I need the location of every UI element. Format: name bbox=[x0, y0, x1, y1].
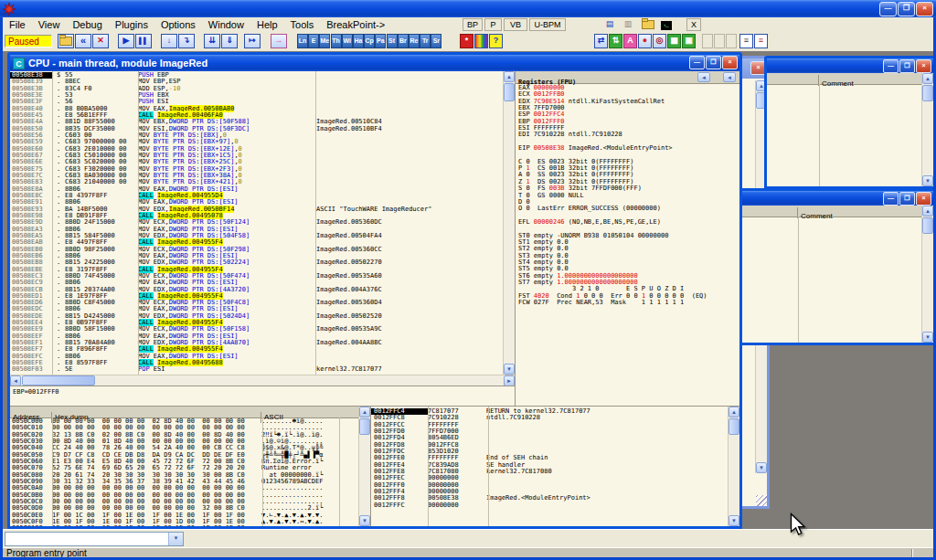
toolbar-ln-button[interactable]: Ln bbox=[297, 34, 308, 48]
stack-row[interactable]: 0012FFDC853D1020 bbox=[371, 449, 728, 455]
maximize-button[interactable]: ❐ bbox=[898, 2, 915, 16]
scroll-thumb[interactable] bbox=[359, 418, 370, 435]
comment-window-2-titlebar[interactable]: — ❐ × bbox=[741, 191, 933, 206]
stack-address[interactable]: 0012FFFC bbox=[371, 502, 428, 509]
disasm-hscrollbar[interactable]: ◄ ► bbox=[10, 375, 515, 386]
registers-back-icon[interactable]: ◄ bbox=[697, 72, 710, 82]
scroll-thumb[interactable] bbox=[922, 217, 933, 234]
disasm-row[interactable]: 00508E3B.83C4 F0ADD ESP,-10 bbox=[10, 86, 504, 92]
register-line[interactable]: EIP 00508E38 ImageRed.<ModuleEntryPoint> bbox=[516, 145, 739, 152]
menu-view[interactable]: View bbox=[32, 17, 67, 30]
comment1-maximize-button[interactable]: ❐ bbox=[899, 59, 915, 73]
comment2-close-button[interactable]: × bbox=[916, 192, 931, 206]
comment-window-2[interactable]: — ❐ × Comment ▲ ▼ bbox=[739, 188, 936, 345]
cpu-minimize-button[interactable]: — bbox=[689, 56, 705, 69]
disasm-row[interactable]: 00508ED6.8B0D C8F45000MOV ECX,DWORD PTR … bbox=[10, 300, 504, 306]
menu-file[interactable]: File bbox=[3, 17, 32, 30]
scroll-down-icon[interactable]: ▼ bbox=[729, 515, 739, 526]
comment1-vscrollbar[interactable]: ▲ ▼ bbox=[921, 73, 933, 186]
minimize-button[interactable]: — bbox=[879, 2, 897, 16]
empty-button-3[interactable] bbox=[726, 34, 737, 48]
comment-window-1[interactable]: — ❐ × Comment ▲ ▼ bbox=[764, 56, 936, 189]
comment2-col1-header[interactable] bbox=[741, 207, 798, 218]
stack-row[interactable]: 0012FFD80012FFC8 bbox=[371, 442, 728, 449]
menu-options[interactable]: Options bbox=[154, 17, 202, 30]
grid-icon[interactable]: ▦ bbox=[667, 34, 681, 48]
scroll-down-icon[interactable]: ▼ bbox=[922, 332, 933, 343]
scroll-down-icon[interactable]: ▼ bbox=[756, 462, 767, 473]
disasm-row[interactable]: 00508E8C.E8 4397F8FFCALL ImageRed.004955… bbox=[10, 193, 504, 199]
disassembly-pane[interactable]: 00508E38$55PUSH EBP00508E39.8BECMOV EBP,… bbox=[10, 71, 516, 386]
list-button-2[interactable]: ≡ bbox=[754, 34, 768, 48]
disasm-row[interactable]: 00508E3E.53PUSH EBX bbox=[10, 92, 504, 99]
toolbar-wi-button[interactable]: Wi bbox=[342, 34, 353, 48]
scroll-thumb[interactable] bbox=[22, 375, 95, 386]
disasm-row[interactable]: 00508EFE.E8 8597F8FFCALL ImageRed.004956… bbox=[10, 360, 504, 366]
comment1-minimize-button[interactable]: — bbox=[883, 59, 899, 73]
scroll-thumb[interactable] bbox=[504, 83, 515, 101]
menu-help[interactable]: Help bbox=[250, 17, 284, 30]
toolbar-ha-button[interactable]: Ha bbox=[353, 34, 364, 48]
scroll-down-icon[interactable]: ▼ bbox=[359, 515, 370, 526]
colors-rainbow-icon[interactable] bbox=[474, 34, 488, 48]
spiral-icon[interactable]: ◎ bbox=[653, 34, 666, 48]
dump-pane[interactable]: AddressHex dumpASCII 0050C00000 00 00 00… bbox=[10, 407, 371, 526]
scroll-down-icon[interactable]: ▼ bbox=[922, 175, 933, 186]
go-to-address-button[interactable]: → bbox=[271, 34, 287, 48]
toolbar-cp-button[interactable]: Cp bbox=[364, 34, 375, 48]
disasm-row[interactable]: 00508EE9.8B0D 58F15000MOV ECX,DWORD PTR … bbox=[10, 326, 504, 333]
cpu-titlebar[interactable]: C CPU - main thread, module ImageRed — ❐… bbox=[10, 55, 739, 71]
comment1-col1-header[interactable] bbox=[767, 75, 819, 86]
red-ball-icon[interactable]: ● bbox=[638, 34, 652, 48]
toolbar-me-button[interactable]: Me bbox=[319, 34, 330, 48]
run-button[interactable]: ▶ bbox=[118, 34, 134, 48]
stack-row[interactable]: 0012FFEC00000000 bbox=[371, 475, 728, 481]
restart-button[interactable]: « bbox=[75, 34, 91, 48]
comment-window-1-titlebar[interactable]: — ❐ × bbox=[767, 58, 933, 73]
toolbar-br-button[interactable]: Br bbox=[398, 34, 409, 48]
disasm-vscrollbar[interactable]: ▲ ▼ bbox=[503, 71, 515, 375]
stack-row[interactable]: 0012FFD48054B6ED bbox=[371, 435, 728, 441]
disasm-row[interactable]: 00508EC3.8B0D 74F45000MOV ECX,DWORD PTR … bbox=[10, 273, 504, 280]
cpu-maximize-button[interactable]: ❐ bbox=[706, 56, 721, 69]
plugin-ubpm-button[interactable]: U-BPM bbox=[529, 18, 566, 31]
toolbar-sr-button[interactable]: Sr bbox=[431, 34, 441, 48]
stack-pane[interactable]: 0012FFC47C817077RETURN to kernel32.7C817… bbox=[371, 407, 739, 526]
plugin-p-button[interactable]: P bbox=[484, 18, 502, 31]
scroll-up-icon[interactable]: ▲ bbox=[922, 73, 933, 84]
scroll-down-icon[interactable]: ▼ bbox=[504, 364, 515, 375]
main-titlebar[interactable]: — ❐ × bbox=[0, 0, 936, 17]
comment2-vscrollbar[interactable]: ▲ ▼ bbox=[921, 206, 933, 343]
step-into-button[interactable]: ↓ bbox=[161, 34, 177, 48]
dump-row[interactable]: 0050C1001F 00 1F 00 1F 00 1F 00 1F 00 1E… bbox=[10, 525, 358, 526]
menu-breakpoint[interactable]: BreakPoint-> bbox=[320, 17, 391, 30]
stack-row[interactable]: 0012FFE87C817080kernel32.7C817080 bbox=[371, 469, 728, 475]
toolbar-st-button[interactable]: St bbox=[387, 34, 398, 48]
toolbar-e-button[interactable]: E bbox=[308, 34, 319, 48]
plugin-vb-button[interactable]: VB bbox=[504, 18, 527, 31]
stack-row[interactable]: 0012FFE0FFFFFFFFEnd of SEH chain bbox=[371, 455, 728, 461]
cpu-window[interactable]: C CPU - main thread, module ImageRed — ❐… bbox=[7, 52, 742, 529]
open-file-button[interactable] bbox=[58, 34, 74, 48]
scroll-up-icon[interactable]: ▲ bbox=[504, 71, 515, 82]
console-icon[interactable]: ›_ bbox=[659, 18, 674, 31]
dump-vscrollbar[interactable]: ▲ ▼ bbox=[358, 407, 370, 526]
stack-row[interactable]: 0012FFFC00000000 bbox=[371, 502, 728, 509]
register-line[interactable]: T 0 GS 0000 NULL bbox=[516, 193, 739, 199]
document-gray-icon[interactable]: ▥ bbox=[621, 18, 635, 31]
disasm-row[interactable]: 00508E83.C683 21040000 00MOV BYTE PTR DS… bbox=[10, 179, 504, 185]
disasm-address[interactable]: 00508F03 bbox=[10, 366, 52, 373]
scroll-up-icon[interactable]: ▲ bbox=[359, 407, 370, 417]
close-button[interactable]: × bbox=[916, 2, 933, 16]
command-combobox[interactable]: ▼ bbox=[5, 532, 184, 546]
document-blue-icon[interactable]: ▤ bbox=[602, 18, 617, 31]
step-over-button[interactable]: ↴ bbox=[178, 34, 195, 48]
menu-debug[interactable]: Debug bbox=[66, 17, 108, 30]
empty-button-1[interactable] bbox=[702, 34, 713, 48]
comment1-close-button[interactable]: × bbox=[916, 59, 931, 73]
stack-vscrollbar[interactable]: ▲ ▼ bbox=[728, 407, 739, 526]
letter-a-icon[interactable]: A bbox=[623, 34, 637, 48]
pause-button[interactable]: ▌▌ bbox=[135, 34, 152, 48]
disasm-row[interactable]: 00508E38$55PUSH EBP bbox=[10, 72, 504, 79]
folder-icon[interactable] bbox=[641, 18, 655, 31]
